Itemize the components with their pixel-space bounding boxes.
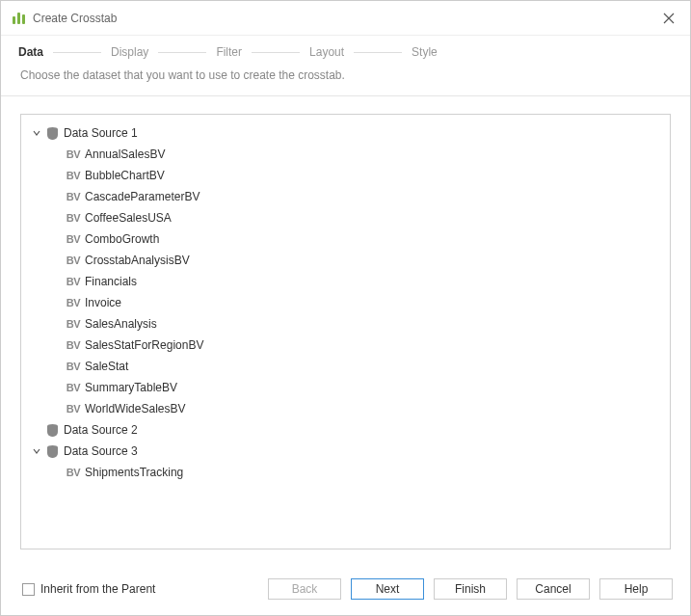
step-divider	[158, 52, 206, 53]
tree-dataset[interactable]: BVCrosstabAnalysisBV	[25, 250, 666, 271]
back-button: Back	[268, 578, 341, 600]
step-style[interactable]: Style	[410, 45, 439, 59]
step-data[interactable]: Data	[16, 45, 45, 59]
finish-button[interactable]: Finish	[434, 578, 507, 600]
tree-node-label: CrosstabAnalysisBV	[85, 254, 190, 267]
tree-dataset[interactable]: BVAnnualSalesBV	[25, 144, 666, 165]
bv-icon: BV	[66, 380, 81, 395]
app-icon	[13, 13, 25, 24]
database-icon	[44, 422, 60, 438]
bv-icon: BV	[66, 189, 81, 204]
step-divider	[53, 52, 101, 53]
tree-dataset[interactable]: BVSummaryTableBV	[25, 377, 666, 398]
tree-node-label: SaleStat	[85, 360, 128, 373]
tree-datasource[interactable]: Data Source 3	[25, 441, 666, 462]
main-content: Data Source 1BVAnnualSalesBVBVBubbleChar…	[1, 96, 690, 567]
tree-datasource[interactable]: Data Source 2	[25, 419, 666, 441]
tree-dataset[interactable]: BVCoffeeSalesUSA	[25, 207, 666, 228]
bv-icon: BV	[66, 359, 81, 374]
chevron-icon	[31, 127, 42, 139]
tree-dataset[interactable]: BVComboGrowth	[25, 228, 666, 250]
tree-dataset[interactable]: BVSalesStatForRegionBV	[25, 335, 666, 356]
inherit-label: Inherit from the Parent	[40, 582, 155, 596]
tree-node-label: Invoice	[85, 296, 121, 309]
bv-icon: BV	[66, 210, 81, 226]
bv-icon: BV	[66, 231, 81, 247]
step-divider	[354, 52, 402, 53]
tree-node-label: SalesAnalysis	[85, 317, 157, 331]
chevron-icon	[31, 445, 42, 457]
database-icon	[44, 125, 60, 141]
close-button[interactable]	[659, 9, 678, 28]
database-icon	[44, 443, 60, 459]
tree-node-label: ComboGrowth	[85, 232, 159, 246]
tree-dataset[interactable]: BVShipmentsTracking	[25, 462, 666, 483]
bv-icon: BV	[66, 168, 81, 183]
titlebar: Create Crosstab	[1, 1, 690, 36]
footer: Inherit from the Parent Back Next Finish…	[1, 567, 690, 615]
tree-node-label: AnnualSalesBV	[85, 147, 165, 161]
tree-dataset[interactable]: BVBubbleChartBV	[25, 165, 666, 186]
tree-node-label: CascadeParameterBV	[85, 190, 199, 203]
subtitle: Choose the dataset that you want to use …	[1, 67, 690, 95]
next-button[interactable]: Next	[351, 578, 424, 600]
bv-icon: BV	[66, 401, 81, 416]
tree-node-label: CoffeeSalesUSA	[85, 211, 172, 225]
checkbox-icon	[22, 583, 35, 596]
tree-node-label: ShipmentsTracking	[85, 466, 183, 479]
tree-node-label: Data Source 3	[64, 444, 138, 458]
tree-node-label: Data Source 1	[64, 126, 138, 140]
bv-icon: BV	[66, 253, 81, 268]
wizard-steps: Data Display Filter Layout Style	[1, 36, 690, 67]
tree-datasource[interactable]: Data Source 1	[25, 122, 666, 144]
dataset-tree[interactable]: Data Source 1BVAnnualSalesBVBVBubbleChar…	[20, 114, 671, 549]
bv-icon: BV	[66, 274, 81, 289]
tree-dataset[interactable]: BVCascadeParameterBV	[25, 186, 666, 207]
tree-node-label: Financials	[85, 275, 137, 288]
tree-node-label: Data Source 2	[64, 423, 138, 437]
tree-dataset[interactable]: BVInvoice	[25, 292, 666, 313]
bv-icon: BV	[66, 316, 81, 332]
cancel-button[interactable]: Cancel	[517, 578, 590, 600]
step-display[interactable]: Display	[109, 45, 150, 59]
step-layout[interactable]: Layout	[307, 45, 346, 59]
tree-dataset[interactable]: BVSaleStat	[25, 356, 666, 377]
tree-dataset[interactable]: BVFinancials	[25, 271, 666, 292]
bv-icon: BV	[66, 337, 81, 353]
tree-node-label: BubbleChartBV	[85, 169, 165, 182]
tree-node-label: SalesStatForRegionBV	[85, 338, 203, 352]
bv-icon: BV	[66, 295, 81, 310]
help-button[interactable]: Help	[599, 578, 673, 600]
window-title: Create Crosstab	[33, 12, 659, 25]
inherit-checkbox[interactable]: Inherit from the Parent	[22, 582, 155, 596]
bv-icon: BV	[66, 147, 81, 162]
tree-dataset[interactable]: BVWorldWideSalesBV	[25, 398, 666, 419]
tree-dataset[interactable]: BVSalesAnalysis	[25, 313, 666, 335]
step-divider	[252, 52, 300, 53]
step-filter[interactable]: Filter	[214, 45, 244, 59]
tree-node-label: WorldWideSalesBV	[85, 402, 185, 415]
chevron-icon	[31, 424, 42, 436]
bv-icon: BV	[66, 465, 81, 480]
tree-node-label: SummaryTableBV	[85, 381, 177, 394]
